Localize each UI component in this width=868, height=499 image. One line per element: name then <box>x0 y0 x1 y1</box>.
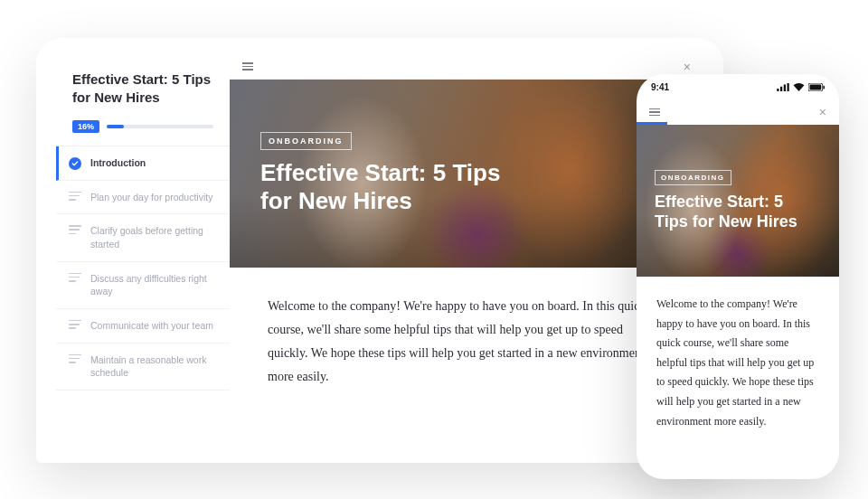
sidebar-item-introduction[interactable]: Introduction <box>56 146 230 181</box>
hero-banner: ONBOARDING Effective Start: 5 Tips for N… <box>230 80 703 268</box>
text-lines-icon <box>69 225 81 234</box>
lesson-menu: Introduction Plan your day for productiv… <box>56 146 230 391</box>
sidebar-item-label: Clarify goals before getting started <box>90 224 217 250</box>
text-lines-icon <box>69 354 81 363</box>
text-lines-icon <box>69 192 81 201</box>
battery-icon <box>808 83 825 91</box>
laptop-screen: Effective Start: 5 Tips for New Hires 16… <box>56 54 703 463</box>
text-lines-icon <box>69 273 81 282</box>
phone-frame: 9:41 × ONBOARDING Effective Start: 5 Tip… <box>637 74 839 479</box>
progress-bar-track <box>107 125 213 128</box>
close-icon[interactable]: × <box>819 105 826 119</box>
sidebar-item-label: Introduction <box>90 156 146 170</box>
phone-status-icons <box>777 83 825 91</box>
outline-toggle-icon[interactable] <box>649 108 660 117</box>
signal-icon <box>777 83 789 91</box>
hero-tag: ONBOARDING <box>655 170 731 185</box>
check-circle-icon <box>69 157 81 170</box>
svg-rect-2 <box>784 84 786 91</box>
course-sidebar: Effective Start: 5 Tips for New Hires 16… <box>56 54 230 463</box>
phone-time: 9:41 <box>651 82 669 92</box>
text-lines-icon <box>69 320 81 329</box>
content-topbar: × <box>230 54 703 80</box>
sidebar-item-label: Maintain a reasonable work schedule <box>90 353 217 380</box>
wifi-icon <box>793 83 805 91</box>
sidebar-item-schedule[interactable]: Maintain a reasonable work schedule <box>56 344 230 391</box>
hero-title: Effective Start: 5 Tips for New Hires <box>260 159 523 215</box>
close-icon[interactable]: × <box>684 60 691 74</box>
sidebar-item-plan-your-day[interactable]: Plan your day for productivity <box>56 181 230 215</box>
laptop-frame: Effective Start: 5 Tips for New Hires 16… <box>36 38 723 463</box>
sidebar-item-label: Plan your day for productivity <box>90 191 212 204</box>
svg-rect-3 <box>788 83 789 91</box>
progress-percent-badge: 16% <box>72 120 99 133</box>
hero-tag: ONBOARDING <box>260 132 352 150</box>
svg-rect-1 <box>780 86 782 90</box>
progress-bar-fill <box>107 125 124 128</box>
phone-intro-paragraph: Welcome to the company! We're happy to h… <box>637 277 839 449</box>
hero-title: Effective Start: 5 Tips for New Hires <box>655 193 799 231</box>
sidebar-item-communicate[interactable]: Communicate with your team <box>56 309 230 344</box>
phone-topbar: × <box>637 99 839 125</box>
phone-status-bar: 9:41 <box>637 74 839 99</box>
sidebar-item-discuss-difficulties[interactable]: Discuss any difficulties right away <box>56 262 230 309</box>
course-title: Effective Start: 5 Tips for New Hires <box>56 71 230 120</box>
sidebar-item-label: Communicate with your team <box>90 319 213 333</box>
outline-toggle-icon[interactable] <box>242 62 253 71</box>
svg-rect-5 <box>810 84 822 89</box>
sidebar-item-clarify-goals[interactable]: Clarify goals before getting started <box>56 214 230 261</box>
svg-rect-6 <box>824 85 826 89</box>
phone-hero-banner: ONBOARDING Effective Start: 5 Tips for N… <box>637 125 839 277</box>
course-content: × ONBOARDING Effective Start: 5 Tips for… <box>230 54 703 463</box>
sidebar-item-label: Discuss any difficulties right away <box>90 272 217 298</box>
intro-paragraph: Welcome to the company! We're happy to h… <box>230 268 703 416</box>
progress-row: 16% <box>56 120 230 146</box>
svg-rect-0 <box>777 89 778 91</box>
